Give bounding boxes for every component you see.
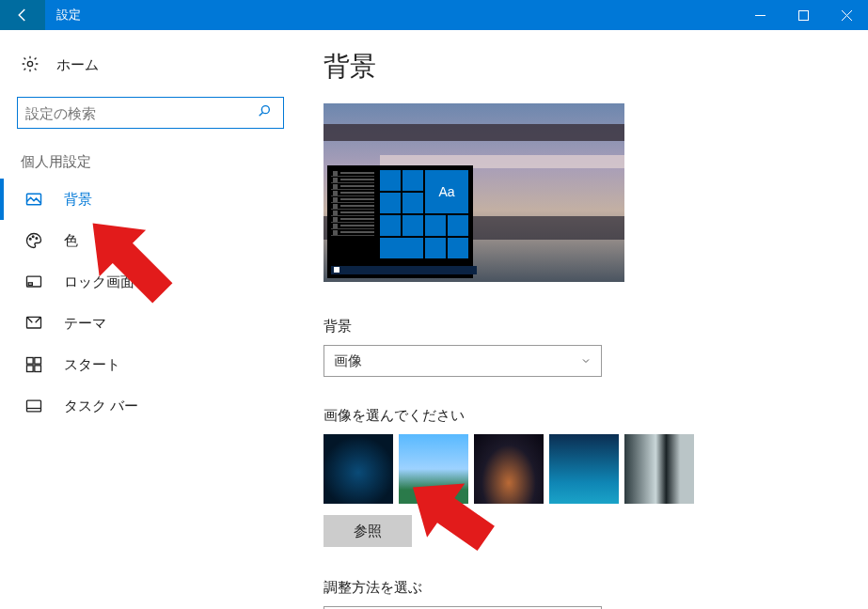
main-panel: 背景 Aa <box>301 30 868 609</box>
gear-icon <box>21 55 39 76</box>
palette-icon <box>24 231 43 250</box>
close-button[interactable] <box>825 0 868 30</box>
sidebar-item-label: 色 <box>64 232 78 250</box>
svg-point-9 <box>32 236 34 238</box>
sidebar-item-label: テーマ <box>64 315 106 333</box>
image-thumbnails <box>324 434 845 504</box>
window-controls <box>738 0 868 30</box>
svg-rect-18 <box>27 400 41 412</box>
taskbar-icon <box>24 397 43 415</box>
title-bar: 設定 <box>0 0 868 30</box>
chevron-down-icon <box>580 353 592 369</box>
thumbnail-3[interactable] <box>474 434 544 504</box>
fit-label: 調整方法を選ぶ <box>324 579 845 597</box>
sidebar-section-header: 個人用設定 <box>0 153 301 179</box>
search-box[interactable] <box>17 97 284 129</box>
choose-image-label: 画像を選んでください <box>324 407 845 425</box>
thumbnail-2[interactable] <box>399 434 468 504</box>
theme-icon <box>24 314 43 333</box>
back-button[interactable] <box>0 0 45 30</box>
maximize-button[interactable] <box>781 0 825 30</box>
thumbnail-1[interactable] <box>324 434 393 504</box>
sidebar-item-label: ロック画面 <box>64 273 134 291</box>
svg-rect-17 <box>35 366 41 372</box>
background-dropdown-value: 画像 <box>334 352 362 370</box>
sidebar-item-taskbar[interactable]: タスク バー <box>0 385 301 427</box>
svg-rect-14 <box>27 358 34 365</box>
picture-icon <box>24 190 43 209</box>
desktop-preview: Aa <box>324 103 624 282</box>
start-icon <box>24 355 43 374</box>
sidebar-item-start[interactable]: スタート <box>0 344 301 385</box>
minimize-button[interactable] <box>738 0 781 30</box>
browse-button[interactable]: 参照 <box>324 515 412 547</box>
svg-rect-12 <box>28 283 32 286</box>
sidebar-item-colors[interactable]: 色 <box>0 220 301 261</box>
background-label: 背景 <box>324 318 845 336</box>
sidebar-item-lockscreen[interactable]: ロック画面 <box>0 261 301 303</box>
sidebar-item-themes[interactable]: テーマ <box>0 303 301 344</box>
thumbnail-5[interactable] <box>624 434 694 504</box>
sidebar-item-label: 背景 <box>64 191 92 209</box>
window-title: 設定 <box>45 7 81 23</box>
svg-point-8 <box>29 239 31 241</box>
page-heading: 背景 <box>324 49 845 85</box>
preview-tile-aa: Aa <box>425 170 468 213</box>
home-link[interactable]: ホーム <box>0 47 301 84</box>
home-label: ホーム <box>56 56 99 74</box>
svg-rect-1 <box>798 10 808 20</box>
search-icon <box>253 103 276 122</box>
background-dropdown[interactable]: 画像 <box>324 345 602 377</box>
search-input[interactable] <box>25 105 253 121</box>
sidebar-item-label: タスク バー <box>64 398 138 415</box>
sidebar: ホーム 個人用設定 背景 色 <box>0 30 301 609</box>
svg-point-10 <box>36 238 38 240</box>
svg-line-6 <box>260 113 263 117</box>
sidebar-item-label: スタート <box>64 356 120 374</box>
svg-point-5 <box>261 106 269 114</box>
svg-rect-16 <box>27 366 34 372</box>
svg-point-4 <box>27 61 32 66</box>
svg-rect-15 <box>35 358 41 365</box>
thumbnail-4[interactable] <box>549 434 619 504</box>
lockscreen-icon <box>24 273 43 291</box>
sidebar-item-background[interactable]: 背景 <box>0 179 301 220</box>
